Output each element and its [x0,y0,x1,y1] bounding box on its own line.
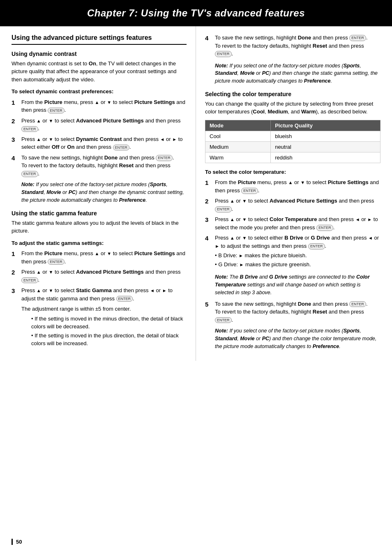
step-number: 1 [12,249,18,258]
bullet-item: If the setting is moved in the minus dir… [31,315,187,331]
step-item: 3 Press or to select Color Temperature a… [205,215,380,231]
static-gamma-title: Using the static gamma feature [12,210,187,217]
table-row: Warm reddish [205,152,380,163]
static-gamma-bullets: If the setting is moved in the minus dir… [31,315,187,348]
step-text: To save the new settings, highlight Done… [21,154,187,178]
step-text: To save the new settings, highlight Done… [215,34,380,58]
step-number: 4 [205,234,212,242]
static-gamma-range: The adjustment range is within ±5 from c… [21,305,187,348]
step-item: 4 To save the new settings, highlight Do… [12,154,187,178]
color-temperature-table: Mode Picture Quality Cool blueish Medium… [205,120,380,163]
static-gamma-intro: The static gamma feature allows you to a… [12,219,187,235]
dynamic-contrast-intro: When dynamic contrast is set to On, the … [12,60,187,84]
step-text: Press or to select Advanced Picture Sett… [215,197,380,213]
static-gamma-steps: 1 From the Picture menu, press or to sel… [12,249,187,302]
color-temperature-intro: You can change the quality of the pictur… [205,100,380,116]
bullet-item: If the setting is moved in the plus dire… [31,332,187,348]
step-number: 1 [12,98,18,107]
dynamic-contrast-bold-label: To select dynamic contrast preferences: [12,88,187,96]
step-text: Press or to select Advanced Picture Sett… [21,268,187,284]
color-temperature-title: Selecting the color temperature [205,91,380,97]
step-text: From the Picture menu, press or to selec… [215,178,380,194]
chapter-header: Chapter 7: Using the TV's advanced featu… [0,0,392,26]
static-gamma-bold-label: To adjust the static gamma settings: [12,239,187,247]
bullet-item: B Drive: makes the picture blueish. [215,251,380,260]
dynamic-contrast-title: Using dynamic contrast [12,51,187,57]
step-number: 2 [205,197,212,205]
step-item: 3 Press or to select Static Gamma and th… [12,286,187,302]
step-number: 4 [12,154,18,162]
step-item: 1 From the Picture menu, press or to sel… [12,98,187,114]
step-item: 2 Press or to select Advanced Picture Se… [12,268,187,284]
table-header-quality: Picture Quality [271,120,380,131]
step-item: 5 To save the new settings, highlight Do… [205,300,380,324]
step-item: 1 From the Picture menu, press or to sel… [12,249,187,265]
step-item: 2 Press or to select Advanced Picture Se… [12,117,187,133]
step-text: To save the new settings, highlight Done… [215,300,380,324]
color-temp-note5: Note: If you select one of the factory-s… [215,327,380,350]
dynamic-contrast-note: Note: If you select one of the factory-s… [21,181,187,204]
step-number: 3 [12,135,18,144]
color-temp-steps: 1 From the Picture menu, press or to sel… [205,178,380,270]
step-item: 1 From the Picture menu, press or to sel… [205,178,380,194]
dynamic-contrast-steps: 1 From the Picture menu, press or to sel… [12,98,187,178]
table-cell: Cool [205,131,271,141]
step-number: 2 [12,117,18,125]
step-number: 2 [12,268,18,277]
step-text: Press or to select Color Temperature and… [215,215,380,231]
step-number: 5 [205,300,212,309]
color-temp-note4: Note: The B Drive and G Drive settings a… [215,273,380,296]
drive-bullets: B Drive: makes the picture blueish. G Dr… [215,251,380,268]
step-text: Press or to select either B Drive or G D… [215,234,380,270]
page-number: 50 [12,539,22,545]
table-cell: blueish [271,131,380,141]
table-row: Medium neutral [205,141,380,152]
step-text: Press or to select Static Gamma and then… [21,286,187,302]
table-header-mode: Mode [205,120,271,131]
step-number: 3 [205,215,212,224]
color-temp-bold-label: To select the color temperature: [205,168,380,176]
step-number: 1 [205,178,212,187]
table-row: Cool blueish [205,131,380,141]
table-cell: neutral [271,141,380,152]
left-column: Using the advanced picture settings feat… [0,26,196,361]
static-gamma-step4-cont: 4 To save the new settings, highlight Do… [205,34,380,58]
static-gamma-note: Note: If you select one of the factory-s… [215,62,380,85]
table-cell: Medium [205,141,271,152]
step-text: Press or to select Dynamic Contrast and … [21,135,187,151]
step-number: 4 [205,34,212,42]
step-text: From the Picture menu, press or to selec… [21,98,187,114]
step-number: 3 [12,286,18,295]
right-column: 4 To save the new settings, highlight Do… [196,26,392,361]
step-item: 2 Press or to select Advanced Picture Se… [205,197,380,213]
section-title: Using the advanced picture settings feat… [12,34,187,45]
table-cell: Warm [205,152,271,163]
chapter-title: Chapter 7: Using the TV's advanced featu… [87,7,305,18]
bullet-item: G Drive: makes the picture greenish. [215,261,380,269]
step-item: 4 Press or to select either B Drive or G… [205,234,380,270]
step-item: 3 Press or to select Dynamic Contrast an… [12,135,187,151]
step-text: From the Picture menu, press or to selec… [21,249,187,265]
color-temp-step5: 5 To save the new settings, highlight Do… [205,300,380,324]
step-text: Press or to select Advanced Picture Sett… [21,117,187,133]
step-item: 4 To save the new settings, highlight Do… [205,34,380,58]
table-cell: reddish [271,152,380,163]
